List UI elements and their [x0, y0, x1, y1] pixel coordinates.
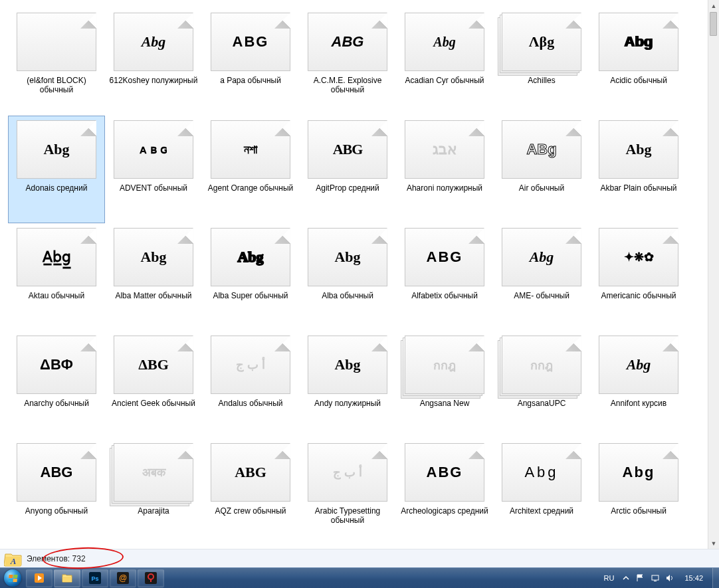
- scrollbar-thumb[interactable]: [710, 12, 717, 36]
- fonts-folder-icon: A: [4, 551, 23, 567]
- font-file[interactable]: (el&font BLOCK) обычный: [8, 8, 105, 116]
- font-file[interactable]: กกฎAngsana New: [396, 331, 493, 439]
- file-label: Alba обычный: [301, 290, 394, 301]
- font-preview: ABG: [17, 444, 96, 501]
- flag-icon[interactable]: [635, 573, 646, 583]
- start-button[interactable]: [0, 568, 25, 589]
- font-preview: ABG: [211, 13, 290, 70]
- font-preview: [17, 13, 96, 70]
- svg-text:Ps: Ps: [91, 575, 98, 582]
- font-file[interactable]: ABGA.C.M.E. Explosive обычный: [299, 8, 396, 116]
- font-file[interactable]: ᴀ ʙ ɢADVENT обычный: [105, 116, 202, 223]
- font-file[interactable]: ABGAlfabetix обычный: [396, 223, 493, 331]
- font-file[interactable]: AbgArchitext средний: [493, 439, 590, 546]
- item-count: Элементов: 732: [27, 554, 86, 563]
- font-file[interactable]: Abg612Koshey полужирный: [105, 8, 202, 116]
- font-preview: নশা: [211, 121, 290, 178]
- font-file[interactable]: ΔBGAncient Geek обычный: [105, 331, 202, 439]
- file-label: Alba Matter обычный: [107, 290, 200, 301]
- font-file[interactable]: ΔBΦAnarchy обычный: [8, 331, 105, 439]
- font-preview: अबक: [114, 444, 193, 501]
- font-preview: Abg: [405, 13, 484, 70]
- font-preview: Abg: [599, 13, 678, 70]
- file-label: Alba Super обычный: [204, 290, 297, 301]
- file-label: ADVENT обычный: [107, 183, 200, 193]
- file-grid[interactable]: (el&font BLOCK) обычныйAbg612Koshey полу…: [0, 0, 708, 549]
- clock[interactable]: 15:42: [679, 574, 708, 582]
- file-label: a Papa обычный: [204, 75, 297, 86]
- font-preview: ᴀ ʙ ɢ: [114, 121, 193, 178]
- file-label: Archeologicaps средний: [398, 506, 491, 516]
- svg-rect-9: [150, 579, 152, 582]
- tray-chevron-icon[interactable]: [621, 573, 631, 583]
- font-file[interactable]: अबकAparajita: [105, 439, 202, 546]
- taskbar[interactable]: Ps @ RU 15:42: [0, 567, 719, 588]
- taskbar-app-photoshop[interactable]: Ps: [82, 569, 108, 587]
- font-preview: ABG: [211, 444, 290, 501]
- volume-icon[interactable]: [665, 573, 675, 583]
- font-file[interactable]: ABGAnyong обычный: [8, 439, 105, 546]
- font-file[interactable]: AbgAnnifont курсив: [590, 331, 687, 439]
- scroll-up-icon[interactable]: ▲: [708, 0, 719, 11]
- scroll-down-icon[interactable]: ▼: [708, 538, 719, 549]
- file-label: Adonais средний: [10, 183, 103, 193]
- font-file[interactable]: AbgAcadian Cyr обычный: [396, 8, 493, 116]
- font-file[interactable]: AbgArctic обычный: [590, 439, 687, 546]
- font-preview: Abg: [114, 13, 193, 70]
- font-file[interactable]: AbgAME- обычный: [493, 223, 590, 331]
- taskbar-app-mail[interactable]: @: [110, 569, 136, 587]
- font-file[interactable]: AbgAlba Matter обычный: [105, 223, 202, 331]
- file-label: A.C.M.E. Explosive обычный: [301, 75, 394, 95]
- file-label: Agent Orange обычный: [204, 183, 297, 193]
- file-label: Aparajita: [107, 506, 200, 516]
- font-file[interactable]: ABGAQZ crew обычный: [202, 439, 299, 546]
- font-file[interactable]: A̲b̲g̲Aktau обычный: [8, 223, 105, 331]
- file-label: Arabic Typesetting обычный: [301, 506, 394, 526]
- font-preview: ABG: [308, 13, 387, 70]
- network-icon[interactable]: [650, 573, 661, 583]
- system-tray: RU 15:42: [597, 568, 712, 588]
- file-label: Acidic обычный: [592, 75, 685, 86]
- show-desktop-button[interactable]: [712, 568, 719, 589]
- font-preview: Λβg: [502, 13, 581, 70]
- font-preview: Abg: [599, 336, 678, 393]
- font-preview: Abg: [17, 121, 96, 178]
- font-preview: ✦❋✿: [599, 229, 678, 286]
- file-label: Architext средний: [495, 506, 588, 516]
- font-file[interactable]: নশাAgent Orange обычный: [202, 116, 299, 223]
- font-file[interactable]: AbgAcidic обычный: [590, 8, 687, 116]
- font-preview: Abg: [308, 229, 387, 286]
- file-label: Acadian Cyr обычный: [398, 75, 491, 86]
- file-label: Americanic обычный: [592, 290, 685, 301]
- font-file[interactable]: ABGAgitProp средний: [299, 116, 396, 223]
- file-label: Andy полужирный: [301, 398, 394, 409]
- font-preview: أ ب ج: [211, 336, 290, 393]
- font-file[interactable]: กกฎAngsanaUPC: [493, 331, 590, 439]
- language-indicator[interactable]: RU: [601, 573, 617, 583]
- font-file[interactable]: ABGArcheologicaps средний: [396, 439, 493, 546]
- font-file[interactable]: AbgAlba обычный: [299, 223, 396, 331]
- font-preview: ABG: [405, 229, 484, 286]
- font-file[interactable]: AbgAlba Super обычный: [202, 223, 299, 331]
- font-file[interactable]: ΛβgAchilles: [493, 8, 590, 116]
- taskbar-app-explorer[interactable]: [54, 569, 80, 587]
- font-file[interactable]: AbgAkbar Plain обычный: [590, 116, 687, 223]
- font-file[interactable]: ✦❋✿Americanic обычный: [590, 223, 687, 331]
- font-file[interactable]: AbgAndy полужирный: [299, 331, 396, 439]
- font-file[interactable]: אבגAharoni полужирный: [396, 116, 493, 223]
- font-preview: Abg: [114, 229, 193, 286]
- font-file[interactable]: ABGa Papa обычный: [202, 8, 299, 116]
- font-preview: A̲b̲g̲: [17, 229, 96, 286]
- font-file[interactable]: أ ب جArabic Typesetting обычный: [299, 439, 396, 546]
- taskbar-app-audio[interactable]: [138, 569, 164, 587]
- svg-rect-11: [654, 581, 657, 581]
- font-file[interactable]: AbgAdonais средний: [8, 116, 105, 223]
- file-label: Annifont курсив: [592, 398, 685, 409]
- taskbar-app-mediaplayer[interactable]: [26, 569, 52, 587]
- file-label: AME- обычный: [495, 290, 588, 301]
- font-preview: Abg: [502, 229, 581, 286]
- font-file[interactable]: أ ب جAndalus обычный: [202, 331, 299, 439]
- vertical-scrollbar[interactable]: ▲ ▼: [708, 0, 719, 549]
- file-label: AgitProp средний: [301, 183, 394, 193]
- font-file[interactable]: ABgAir обычный: [493, 116, 590, 223]
